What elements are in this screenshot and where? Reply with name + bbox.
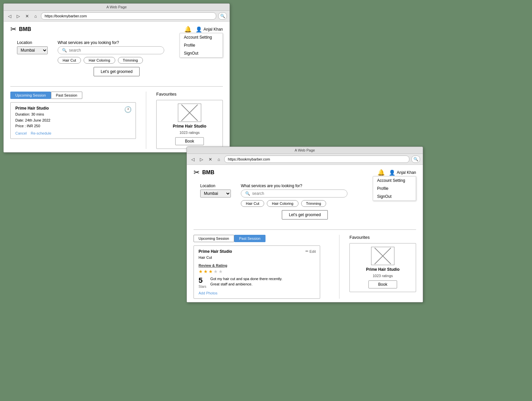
stars-row-2: ★ ★ ★ ★ ★ [199, 269, 315, 274]
groom-btn-2[interactable]: Let's get groomed [282, 210, 328, 219]
browser-window-1: A Web Page ◁ ▷ ✕ ⌂ 🔍 ✂ BMB 🔔 👤 Anjal Kha… [3, 3, 230, 153]
favourites-title-1: Favourites [156, 92, 223, 97]
fav-ratings-1: 1023 ratings [180, 131, 200, 135]
dropdown-item-signout-2[interactable]: SignOut [373, 193, 416, 200]
close-btn-1[interactable]: ✕ [24, 13, 30, 19]
browser-search-btn-2[interactable]: 🔍 [411, 156, 420, 163]
user-name-1: Anjal Khan [204, 27, 223, 32]
location-select-2[interactable]: Mumbai Delhi Bangalore [201, 190, 231, 197]
bell-icon-2[interactable]: 🔔 [377, 169, 385, 176]
bell-icon-1[interactable]: 🔔 [184, 26, 192, 33]
star-5-2[interactable]: ★ [219, 269, 223, 274]
tab-past-2[interactable]: Past Session [234, 235, 266, 242]
dropdown-item-profile-2[interactable]: Profile [373, 185, 416, 193]
app-header-1: ✂ BMB 🔔 👤 Anjal Khan Account Setting Pro… [4, 22, 230, 37]
dropdown-menu-2: Account Setting Profile SignOut [373, 176, 416, 201]
url-bar-1[interactable] [41, 12, 216, 20]
star-3-2[interactable]: ★ [209, 269, 213, 274]
session-card-service-2: Hair Cut [199, 255, 315, 261]
sessions-section-1: Upcoming Session Past Session 🕐 Prime Ha… [4, 88, 230, 152]
review-body-2: 5 Stars Got my hair cut and spa done the… [199, 276, 315, 288]
search-input-2[interactable] [252, 191, 343, 196]
tab-upcoming-2[interactable]: Upcoming Session [194, 235, 234, 242]
fav-ratings-2: 1023 ratings [373, 274, 393, 278]
search-input-wrap-1: 🔍 [58, 46, 164, 54]
toolbar-2: ◁ ▷ ✕ ⌂ 🔍 [187, 154, 423, 165]
reschedule-link-1[interactable]: Re-schedule [31, 131, 51, 135]
location-group-2: Location Mumbai Delhi Bangalore [200, 184, 231, 198]
tag-haircut-2[interactable]: Hair Cut [241, 200, 264, 207]
close-btn-2[interactable]: ✕ [207, 156, 214, 162]
url-bar-2[interactable] [224, 156, 409, 163]
review-stars-label-2: Stars [199, 285, 206, 288]
toolbar-1: ◁ ▷ ✕ ⌂ 🔍 [4, 11, 230, 22]
cancel-link-1[interactable]: Cancel [15, 131, 27, 135]
header-right-1: 🔔 👤 Anjal Khan Account Setting Profile S… [184, 26, 223, 33]
user-name-2: Anjal Khan [397, 170, 416, 175]
search-input-1[interactable] [69, 48, 160, 53]
favourites-title-2: Favourites [349, 235, 416, 240]
session-edit-2[interactable]: ✏ Edit [305, 249, 316, 253]
sessions-divider-1 [146, 92, 146, 149]
home-btn-1[interactable]: ⌂ [32, 13, 39, 19]
tag-haircut-1[interactable]: Hair Cut [58, 57, 81, 64]
location-label-1: Location [17, 40, 48, 45]
location-select-1[interactable]: Mumbai Delhi Bangalore [17, 47, 47, 54]
tab-upcoming-1[interactable]: Upcoming Session [10, 92, 51, 99]
fav-image-1 [178, 104, 201, 122]
user-profile-1[interactable]: 👤 Anjal Khan [196, 26, 223, 33]
location-group-1: Location Mumbai Delhi Bangalore [17, 40, 48, 54]
sessions-left-2: Upcoming Session Past Session ✏ Edit Pri… [194, 235, 329, 299]
user-icon-1: 👤 [196, 26, 202, 33]
location-select-wrap-1: Mumbai Delhi Bangalore [17, 46, 48, 54]
dropdown-item-account-2[interactable]: Account Setting [373, 177, 416, 185]
forward-btn-1[interactable]: ▷ [15, 13, 22, 19]
fav-book-btn-1[interactable]: Book [175, 137, 204, 145]
favourites-section-2: Favourites Prime Hair Studio 1023 rating… [349, 235, 416, 299]
star-4-2[interactable]: ★ [214, 269, 218, 274]
review-section-2: Review & Rating ★ ★ ★ ★ ★ 5 Stars [199, 263, 315, 295]
groom-btn-wrap-1: Let's get groomed [17, 67, 216, 76]
star-2-2[interactable]: ★ [204, 269, 208, 274]
groom-btn-1[interactable]: Let's get groomed [94, 67, 140, 76]
star-1-2[interactable]: ★ [199, 269, 203, 274]
back-btn-2[interactable]: ◁ [190, 156, 196, 162]
dropdown-item-signout-1[interactable]: SignOut [180, 49, 223, 57]
app-content-1: ✂ BMB 🔔 👤 Anjal Khan Account Setting Pro… [4, 22, 230, 152]
tag-trimming-2[interactable]: Trimming [301, 200, 326, 207]
user-icon-2: 👤 [389, 170, 395, 176]
tag-trimming-1[interactable]: Trimming [118, 57, 143, 64]
add-photos-link-2[interactable]: Add Photos [199, 291, 315, 295]
review-text-2: Got my hair cut and spa done there recen… [210, 276, 283, 287]
fav-name-1: Prime Hair Studio [173, 124, 207, 129]
session-card-date-1: Date: 24th June 2022 [15, 118, 131, 124]
logo-area-2: ✂ BMB [194, 168, 214, 177]
browser-search-btn-1[interactable]: 🔍 [218, 12, 227, 20]
tags-row-1: Hair Cut Hair Coloring Trimming [58, 57, 216, 64]
clock-icon-1: 🕐 [124, 106, 132, 113]
favourites-section-1: Favourites Prime Hair Studio 1023 rating… [156, 92, 223, 149]
fav-card-1: Prime Hair Studio 1023 ratings Book [156, 100, 223, 149]
divider-2 [194, 229, 416, 230]
tags-row-2: Hair Cut Hair Coloring Trimming [241, 200, 409, 207]
user-profile-2[interactable]: 👤 Anjal Khan [389, 170, 416, 176]
home-btn-2[interactable]: ⌂ [216, 156, 222, 162]
fav-book-btn-2[interactable]: Book [368, 280, 397, 288]
tab-past-1[interactable]: Past Session [51, 92, 82, 99]
app-header-2: ✂ BMB 🔔 👤 Anjal Khan Account Setting Pro… [187, 165, 423, 180]
dropdown-item-account-1[interactable]: Account Setting [180, 33, 223, 41]
session-card-2: ✏ Edit Prime Hair Studio Hair Cut Review… [194, 245, 320, 299]
browser-window-2: A Web Page ◁ ▷ ✕ ⌂ 🔍 ✂ BMB 🔔 👤 Anjal Kha… [187, 147, 423, 302]
review-score-wrap-2: 5 Stars [199, 276, 206, 288]
forward-btn-2[interactable]: ▷ [198, 156, 205, 162]
edit-icon-2: ✏ [305, 249, 308, 253]
logo-area-1: ✂ BMB [10, 25, 31, 34]
tag-haircoloring-1[interactable]: Hair Coloring [84, 57, 115, 64]
sessions-left-1: Upcoming Session Past Session 🕐 Prime Ha… [10, 92, 136, 149]
back-btn-1[interactable]: ◁ [6, 13, 13, 19]
dropdown-item-profile-1[interactable]: Profile [180, 41, 223, 49]
logo-text-1: BMB [19, 26, 31, 32]
session-card-price-1: Price : INR 250 [15, 123, 131, 129]
tag-haircoloring-2[interactable]: Hair Coloring [267, 200, 298, 207]
session-card-actions-1: Cancel Re-schedule [15, 131, 131, 135]
